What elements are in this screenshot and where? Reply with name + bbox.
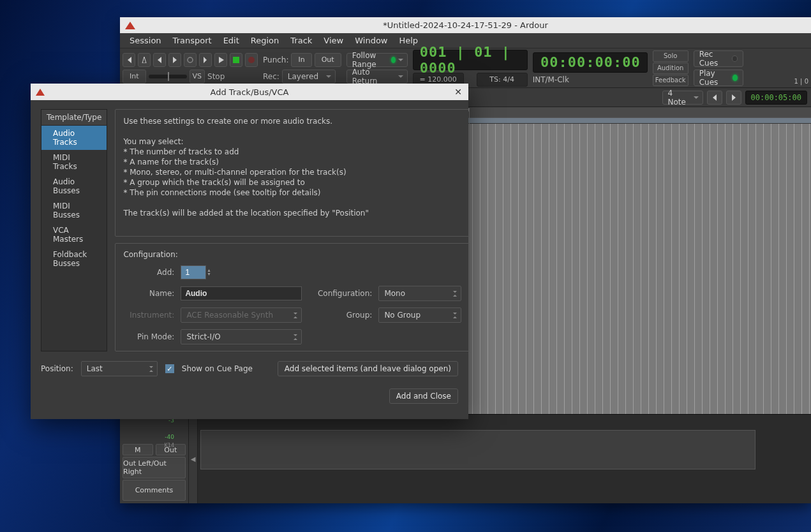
meter-scale: -3 -40 K14 bbox=[123, 417, 186, 443]
svg-point-0 bbox=[188, 57, 193, 63]
feedback-indicator[interactable]: Feedback bbox=[653, 75, 688, 86]
transport-start-button[interactable] bbox=[123, 53, 135, 67]
summary-view[interactable] bbox=[198, 415, 811, 503]
template-audio-busses[interactable]: Audio Busses bbox=[41, 174, 107, 198]
editor-bottom: -3 -40 K14 M Out Out Left/Out Right Comm… bbox=[120, 414, 811, 503]
add-track-dialog: Add Track/Bus/VCA ✕ Template/Type Audio … bbox=[31, 84, 468, 419]
dialog-titlebar[interactable]: Add Track/Bus/VCA ✕ bbox=[31, 84, 468, 100]
stop-label: Stop bbox=[207, 72, 225, 81]
menu-session[interactable]: Session bbox=[124, 34, 167, 47]
punch-out-button[interactable]: Out bbox=[315, 53, 341, 67]
group-label: Group: bbox=[315, 311, 372, 320]
position-label: Position: bbox=[41, 364, 73, 373]
rec-mode-label: Rec: bbox=[263, 72, 279, 81]
editor-mixer-strip: -3 -40 K14 M Out Out Left/Out Right Comm… bbox=[120, 415, 189, 503]
transport-end-button[interactable] bbox=[199, 53, 212, 67]
transport-loop-button[interactable] bbox=[184, 53, 197, 67]
template-list: Template/Type Audio Tracks MIDI Tracks A… bbox=[41, 109, 107, 351]
follow-range-combo[interactable]: Follow Range bbox=[346, 53, 408, 67]
menu-track[interactable]: Track bbox=[285, 34, 318, 47]
pin-mode-label: Pin Mode: bbox=[123, 332, 174, 341]
rec-cues-button[interactable]: Rec Cues bbox=[694, 50, 743, 67]
status-indicators: Solo Audition Feedback bbox=[653, 50, 688, 86]
add-count-input[interactable] bbox=[181, 265, 206, 279]
instrument-combo: ACE Reasonable Synth bbox=[181, 307, 302, 323]
grid-combo[interactable]: 4 Note bbox=[662, 91, 703, 105]
summary-viewport[interactable] bbox=[200, 430, 755, 469]
template-vca-masters[interactable]: VCA Masters bbox=[41, 223, 107, 247]
transport-prev-button[interactable] bbox=[153, 53, 166, 67]
template-audio-tracks[interactable]: Audio Tracks bbox=[41, 126, 107, 150]
transport-stop-button[interactable] bbox=[230, 53, 242, 67]
bbt-readout[interactable]: 001 | 01 | 0000 bbox=[413, 50, 528, 70]
transport-play-button[interactable] bbox=[214, 53, 227, 67]
add-count-label: Add: bbox=[123, 268, 174, 277]
mute-button[interactable]: M bbox=[123, 444, 153, 455]
menu-edit[interactable]: Edit bbox=[218, 34, 245, 47]
pin-mode-combo[interactable]: Strict-I/O bbox=[181, 329, 302, 344]
window-titlebar[interactable]: *Untitled-2024-10-24-17-51-29 - Ardour bbox=[120, 17, 811, 33]
template-midi-busses[interactable]: MIDI Busses bbox=[41, 198, 107, 223]
channel-config-label: Configuration: bbox=[315, 289, 372, 298]
template-midi-tracks[interactable]: MIDI Tracks bbox=[41, 150, 107, 174]
dialog-title: Add Track/Bus/VCA bbox=[31, 87, 468, 97]
rec-mode-combo[interactable]: Layered bbox=[282, 70, 336, 84]
menu-view[interactable]: View bbox=[318, 34, 349, 47]
punch-label: Punch: bbox=[263, 55, 288, 64]
audition-indicator[interactable]: Audition bbox=[653, 63, 688, 74]
timecode-readout[interactable]: 00:00:00:00 bbox=[533, 52, 648, 73]
add-leave-open-button[interactable]: Add selected items (and leave dialog ope… bbox=[278, 361, 458, 376]
dialog-close-button[interactable]: ✕ bbox=[452, 85, 465, 98]
add-and-close-button[interactable]: Add and Close bbox=[389, 388, 458, 404]
transport-metronome-button[interactable] bbox=[138, 53, 151, 67]
configuration-title: Configuration: bbox=[123, 250, 461, 259]
auto-return-combo[interactable]: Auto Return bbox=[346, 70, 408, 84]
timesig-readout[interactable]: TS: 4/4 bbox=[477, 73, 528, 87]
punch-in-button[interactable]: In bbox=[291, 53, 311, 67]
play-cues-button[interactable]: Play Cues bbox=[694, 70, 743, 86]
clock-source-label: INT/M-Clk bbox=[533, 75, 569, 84]
template-list-header: Template/Type bbox=[41, 110, 107, 126]
instrument-label: Instrument: bbox=[123, 311, 174, 320]
position-combo[interactable]: Last bbox=[81, 361, 158, 376]
show-on-cue-checkbox[interactable]: ✓ bbox=[165, 364, 174, 373]
template-description: Use these settings to create one or more… bbox=[115, 109, 470, 237]
toolbar: Int VS Stop Punch: In Out Rec: Layered F… bbox=[120, 48, 811, 88]
add-count-spinner[interactable]: ▴▾ bbox=[207, 269, 210, 276]
nudge-clock[interactable]: 00:00:05:00 bbox=[745, 91, 807, 105]
varispeed-button[interactable]: VS bbox=[190, 70, 205, 84]
transport-rec-button[interactable] bbox=[245, 53, 258, 67]
name-input[interactable] bbox=[181, 286, 302, 300]
nudge-right-button[interactable] bbox=[726, 91, 741, 105]
menu-region[interactable]: Region bbox=[245, 34, 285, 47]
window-title: *Untitled-2024-10-24-17-51-29 - Ardour bbox=[120, 20, 811, 30]
shuttle-slider[interactable] bbox=[149, 75, 187, 78]
solo-indicator[interactable]: Solo bbox=[653, 50, 688, 62]
template-foldback-busses[interactable]: Foldback Busses bbox=[41, 247, 107, 271]
collapse-mixer-button[interactable]: ◀ bbox=[189, 415, 198, 503]
name-label: Name: bbox=[123, 289, 174, 298]
menu-transport[interactable]: Transport bbox=[167, 34, 218, 47]
nudge-left-button[interactable] bbox=[707, 91, 722, 105]
configuration-group: Configuration: Add: ▴▾ Name: Configurati… bbox=[115, 243, 470, 351]
show-on-cue-label: Show on Cue Page bbox=[182, 364, 253, 373]
transport-next-button[interactable] bbox=[168, 53, 181, 67]
menu-window[interactable]: Window bbox=[349, 34, 393, 47]
channel-config-combo[interactable]: Mono bbox=[378, 286, 461, 301]
group-combo[interactable]: No Group bbox=[378, 307, 461, 323]
output-routing-button[interactable]: Out Left/Out Right bbox=[123, 457, 186, 478]
zoom-readout: 1 | 0 bbox=[794, 78, 808, 85]
sync-int-button[interactable]: Int bbox=[123, 70, 146, 84]
comments-button[interactable]: Comments bbox=[123, 480, 186, 501]
